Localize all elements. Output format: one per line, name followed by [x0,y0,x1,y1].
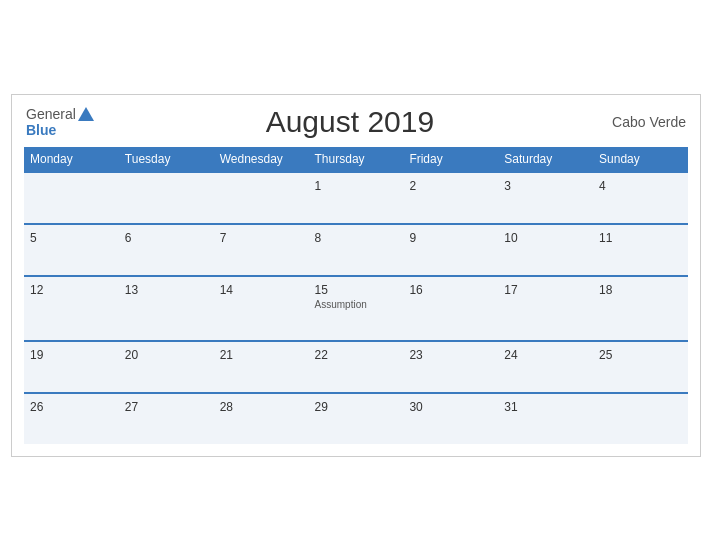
day-number: 17 [504,283,587,297]
col-monday: Monday [24,147,119,172]
calendar-cell: 28 [214,393,309,444]
calendar-cell [593,393,688,444]
logo-triangle-icon [78,107,94,121]
calendar-cell: 5 [24,224,119,276]
day-number: 11 [599,231,682,245]
day-number: 29 [315,400,398,414]
holiday-name: Assumption [315,299,398,310]
calendar-header-row: Monday Tuesday Wednesday Thursday Friday… [24,147,688,172]
calendar-cell: 20 [119,341,214,393]
day-number: 16 [409,283,492,297]
calendar-cell: 26 [24,393,119,444]
day-number: 2 [409,179,492,193]
day-number: 7 [220,231,303,245]
day-number: 20 [125,348,208,362]
calendar-cell: 17 [498,276,593,341]
calendar-cell: 29 [309,393,404,444]
day-number: 28 [220,400,303,414]
calendar-cell: 15Assumption [309,276,404,341]
logo-blue-text: Blue [26,122,56,138]
logo-general-text: General [26,106,76,122]
day-number: 24 [504,348,587,362]
calendar-cell: 2 [403,172,498,224]
logo: General Blue [26,106,94,138]
calendar-cell: 1 [309,172,404,224]
calendar-cell: 23 [403,341,498,393]
calendar-cell: 14 [214,276,309,341]
col-friday: Friday [403,147,498,172]
day-number: 23 [409,348,492,362]
calendar-cell [119,172,214,224]
calendar-cell: 19 [24,341,119,393]
calendar-cell: 4 [593,172,688,224]
calendar-grid: Monday Tuesday Wednesday Thursday Friday… [24,147,688,444]
day-number: 9 [409,231,492,245]
calendar-cell: 6 [119,224,214,276]
day-number: 10 [504,231,587,245]
day-number: 8 [315,231,398,245]
calendar-cell: 12 [24,276,119,341]
calendar-title: August 2019 [94,105,606,139]
col-tuesday: Tuesday [119,147,214,172]
calendar-body: 123456789101112131415Assumption161718192… [24,172,688,444]
calendar: General Blue August 2019 Cabo Verde Mond… [11,94,701,457]
day-number: 25 [599,348,682,362]
calendar-cell: 3 [498,172,593,224]
calendar-cell: 27 [119,393,214,444]
calendar-cell [214,172,309,224]
day-number: 5 [30,231,113,245]
calendar-cell: 11 [593,224,688,276]
calendar-cell: 24 [498,341,593,393]
col-sunday: Sunday [593,147,688,172]
day-number: 27 [125,400,208,414]
calendar-cell: 18 [593,276,688,341]
calendar-cell: 13 [119,276,214,341]
day-number: 18 [599,283,682,297]
calendar-cell: 21 [214,341,309,393]
calendar-cell: 31 [498,393,593,444]
calendar-cell: 30 [403,393,498,444]
day-number: 1 [315,179,398,193]
day-number: 31 [504,400,587,414]
calendar-cell: 22 [309,341,404,393]
calendar-header: General Blue August 2019 Cabo Verde [24,105,688,139]
calendar-cell: 10 [498,224,593,276]
day-number: 13 [125,283,208,297]
day-number: 19 [30,348,113,362]
calendar-cell: 8 [309,224,404,276]
calendar-week-row: 12131415Assumption161718 [24,276,688,341]
calendar-week-row: 567891011 [24,224,688,276]
day-number: 26 [30,400,113,414]
day-number: 30 [409,400,492,414]
day-number: 3 [504,179,587,193]
calendar-week-row: 262728293031 [24,393,688,444]
calendar-week-row: 19202122232425 [24,341,688,393]
day-number: 21 [220,348,303,362]
col-wednesday: Wednesday [214,147,309,172]
calendar-cell: 25 [593,341,688,393]
calendar-week-row: 1234 [24,172,688,224]
calendar-cell: 9 [403,224,498,276]
day-number: 6 [125,231,208,245]
day-number: 14 [220,283,303,297]
day-number: 22 [315,348,398,362]
day-number: 12 [30,283,113,297]
calendar-cell: 16 [403,276,498,341]
day-number: 15 [315,283,398,297]
calendar-cell [24,172,119,224]
col-thursday: Thursday [309,147,404,172]
country-label: Cabo Verde [606,114,686,130]
calendar-cell: 7 [214,224,309,276]
day-number: 4 [599,179,682,193]
col-saturday: Saturday [498,147,593,172]
